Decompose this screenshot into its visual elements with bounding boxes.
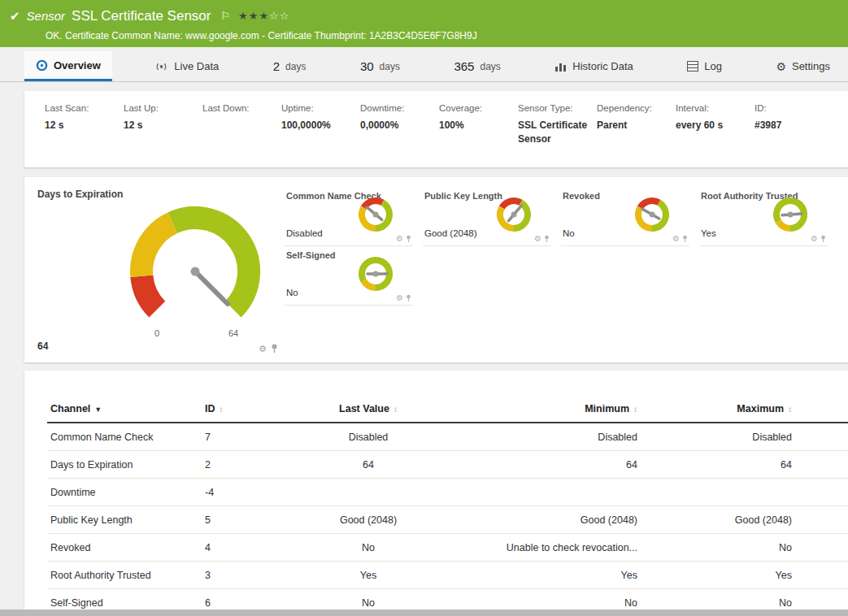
tab-2-days[interactable]: 2 days bbox=[262, 51, 318, 81]
sort-icon[interactable]: ↕ bbox=[633, 405, 637, 414]
mini-gauge-icon bbox=[356, 195, 395, 234]
tab-overview[interactable]: Overview bbox=[24, 51, 112, 81]
id-cell: 3 bbox=[202, 562, 291, 589]
info-label: Last Scan: bbox=[45, 103, 117, 113]
mini-gauge-actions: ⚙ bbox=[396, 294, 411, 302]
stars-empty[interactable]: ☆☆ bbox=[269, 10, 289, 22]
table-row[interactable]: Root Authority Trusted 3 Yes Yes Yes ⚙ bbox=[47, 562, 848, 589]
channel-cell[interactable]: Days to Expiration bbox=[47, 451, 202, 479]
info-value: 12 s bbox=[45, 119, 117, 132]
flag-icon[interactable]: ⚐ bbox=[220, 10, 230, 22]
small-gauges-grid: Common Name Check Disabled ⚙ Public Key … bbox=[285, 187, 841, 306]
sort-desc-icon[interactable]: ▼ bbox=[94, 406, 102, 414]
gauge-revoked[interactable]: Revoked No ⚙ bbox=[561, 187, 689, 246]
table-row[interactable]: Downtime -4 ⚙ bbox=[47, 479, 848, 506]
log-icon bbox=[687, 61, 698, 72]
table-row[interactable]: Public Key Length 5 Good (2048) Good (20… bbox=[47, 506, 848, 534]
mini-gauge-title: Revoked bbox=[563, 191, 600, 201]
mini-gauge-actions: ⚙ bbox=[534, 235, 550, 243]
gauge-scale-min: 0 bbox=[154, 328, 159, 338]
table-row[interactable]: Revoked 4 No Unable to check revocation.… bbox=[47, 534, 848, 562]
tab-365-days[interactable]: 365 days bbox=[442, 51, 511, 81]
tab-historic-data[interactable]: Historic Data bbox=[543, 51, 644, 81]
object-kind-label: Sensor bbox=[27, 9, 66, 23]
column-header-maximum[interactable]: Maximum↕ bbox=[641, 398, 795, 423]
info-uptime: Uptime: 100,0000% bbox=[281, 103, 360, 132]
channels-table: Channel▼ ID↕ Last Value↕ Minimum↕ Maximu… bbox=[47, 398, 848, 616]
gear-icon[interactable]: ⚙ bbox=[534, 235, 541, 243]
priority-stars[interactable]: ★★★☆☆ bbox=[238, 10, 289, 22]
channel-cell[interactable]: Revoked bbox=[47, 534, 202, 562]
channel-cell[interactable]: Public Key Length bbox=[47, 506, 202, 534]
pin-icon[interactable] bbox=[682, 235, 688, 243]
info-label: Last Up: bbox=[124, 103, 196, 113]
gear-icon[interactable]: ⚙ bbox=[396, 294, 403, 302]
pin-icon[interactable] bbox=[406, 235, 411, 243]
gauge-self-signed[interactable]: Self-Signed No ⚙ bbox=[285, 246, 413, 306]
mini-gauge-value: No bbox=[286, 288, 298, 297]
mini-gauge-value: Yes bbox=[701, 228, 716, 238]
info-label: Downtime: bbox=[360, 103, 433, 113]
mini-gauge-icon bbox=[633, 195, 672, 234]
pin-icon[interactable] bbox=[271, 344, 278, 354]
gear-icon[interactable]: ⚙ bbox=[811, 235, 818, 243]
tab-day-unit: days bbox=[380, 61, 400, 72]
days-to-expiration-gauge[interactable]: 0 64 bbox=[118, 190, 272, 341]
gauge-root-authority-trusted[interactable]: Root Authority Trusted Yes ⚙ bbox=[699, 187, 828, 246]
pin-icon[interactable] bbox=[544, 235, 550, 243]
gear-icon[interactable]: ⚙ bbox=[396, 235, 403, 243]
info-downtime: Downtime: 0,0000% bbox=[360, 103, 439, 132]
tab-day-unit: days bbox=[285, 61, 306, 72]
info-dependency: Dependency: Parent bbox=[597, 103, 676, 132]
mini-gauge-icon bbox=[771, 195, 810, 234]
gauges-panel: Days to Expiration 0 64 64 ⚙ Common Name… bbox=[24, 177, 848, 362]
minimum-cell: Yes bbox=[446, 562, 641, 589]
id-cell: 5 bbox=[202, 506, 291, 534]
tab-live-data[interactable]: Live Data bbox=[143, 51, 230, 81]
actions-cell: ⚙ bbox=[795, 451, 848, 479]
prtg-sensor-page: ✔ Sensor SSL Certificate Sensor ⚐ ★★★☆☆ … bbox=[0, 0, 848, 609]
info-label: Last Down: bbox=[202, 103, 275, 113]
pin-icon[interactable] bbox=[820, 235, 826, 243]
gear-icon[interactable]: ⚙ bbox=[259, 345, 267, 354]
channel-cell[interactable]: Root Authority Trusted bbox=[47, 562, 202, 589]
minimum-cell: Unable to check revocation... bbox=[446, 534, 641, 562]
gear-icon[interactable]: ⚙ bbox=[672, 235, 680, 243]
column-header-id[interactable]: ID↕ bbox=[202, 398, 291, 423]
sort-icon[interactable]: ↕ bbox=[394, 405, 398, 414]
info-last-up: Last Up: 12 s bbox=[124, 103, 202, 132]
tab-day-unit: days bbox=[480, 61, 500, 72]
sort-icon[interactable]: ↕ bbox=[788, 405, 792, 414]
sensor-title-row: ✔ Sensor SSL Certificate Sensor ⚐ ★★★☆☆ bbox=[10, 6, 840, 26]
actions-cell: ⚙ bbox=[795, 479, 848, 506]
maximum-cell bbox=[641, 479, 795, 506]
page-title: SSL Certificate Sensor bbox=[72, 8, 211, 24]
pin-icon[interactable] bbox=[406, 294, 411, 302]
info-value: 12 s bbox=[124, 119, 196, 132]
column-header-channel[interactable]: Channel▼ bbox=[47, 398, 202, 423]
gauge-public-key-length[interactable]: Public Key Length Good (2048) ⚙ bbox=[423, 187, 551, 246]
tab-30-days[interactable]: 30 days bbox=[349, 51, 411, 81]
bottom-scrollbar[interactable] bbox=[0, 609, 848, 616]
gauge-common-name-check[interactable]: Common Name Check Disabled ⚙ bbox=[285, 187, 413, 246]
column-header-last-value[interactable]: Last Value↕ bbox=[291, 398, 446, 423]
table-row[interactable]: Days to Expiration 2 64 64 64 ⚙ bbox=[47, 451, 848, 479]
id-cell: -4 bbox=[202, 479, 291, 506]
main-gauge-value: 64 bbox=[37, 341, 48, 352]
table-row[interactable]: Common Name Check 7 Disabled Disabled Di… bbox=[47, 423, 848, 451]
tab-day-number: 30 bbox=[360, 59, 374, 73]
info-label: Interval: bbox=[676, 103, 748, 113]
tab-log[interactable]: Log bbox=[676, 51, 733, 81]
gauge-needle bbox=[196, 272, 228, 304]
channel-cell[interactable]: Common Name Check bbox=[47, 423, 202, 451]
stars-filled[interactable]: ★★★ bbox=[238, 10, 269, 22]
column-header-minimum[interactable]: Minimum↕ bbox=[446, 398, 641, 423]
sensor-info-strip: Last Scan: 12 s Last Up: 12 s Last Down:… bbox=[24, 91, 848, 167]
actions-cell: ⚙ bbox=[795, 534, 848, 562]
maximum-cell: Good (2048) bbox=[641, 506, 795, 534]
sort-icon[interactable]: ↕ bbox=[220, 405, 224, 414]
channel-cell[interactable]: Downtime bbox=[47, 479, 202, 506]
column-label: Channel bbox=[50, 403, 90, 414]
mini-gauge-value: No bbox=[563, 228, 575, 238]
tab-settings[interactable]: ⚙ Settings bbox=[764, 51, 841, 81]
